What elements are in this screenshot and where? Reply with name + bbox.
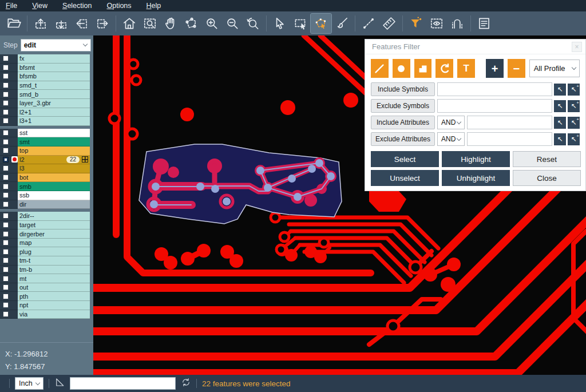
select-pointer-button[interactable] (270, 14, 290, 33)
dialog-titlebar[interactable]: Features Filter × (365, 39, 585, 54)
layer-row[interactable]: npt (0, 301, 90, 310)
layer-indicator-slot[interactable] (11, 301, 18, 310)
measure-button[interactable] (358, 14, 379, 33)
layer-checkbox[interactable] (0, 156, 11, 165)
pick-add-symbol-button[interactable]: ↖+ (568, 100, 580, 112)
exclude-attributes-button[interactable]: Exclude Attributes (371, 132, 435, 146)
zoom-out-button[interactable] (222, 14, 243, 33)
clear-brush-button[interactable] (331, 14, 352, 33)
layer-name[interactable]: bot (18, 173, 90, 183)
layer-row[interactable]: smd_b (0, 90, 90, 99)
layer-indicator-slot[interactable] (11, 108, 18, 117)
select-rectangle-button[interactable] (290, 14, 311, 33)
layer-name[interactable]: smd_b (18, 90, 90, 99)
close-button[interactable]: Close (513, 170, 581, 186)
layer-checkbox[interactable] (0, 191, 11, 200)
layer-indicator-slot[interactable] (11, 229, 18, 239)
layer-checkbox[interactable] (0, 292, 11, 301)
ruler-button[interactable] (379, 14, 399, 33)
reset-button[interactable]: Reset (513, 151, 581, 167)
layer-name[interactable]: l2+1 (18, 108, 90, 117)
layer-name[interactable]: bfsmt (18, 64, 90, 73)
layer-checkbox[interactable] (0, 212, 11, 221)
step-select[interactable]: edit (21, 39, 91, 52)
layer-checkbox[interactable] (0, 108, 11, 117)
angle-measure-icon[interactable] (54, 377, 65, 390)
filter-remove-button[interactable]: − (508, 59, 525, 78)
layer-row[interactable]: via (0, 310, 90, 319)
layer-indicator-slot[interactable] (11, 212, 18, 221)
profile-select[interactable]: All Profile (529, 60, 580, 77)
layer-indicator-slot[interactable] (11, 81, 18, 90)
open-button[interactable] (3, 14, 24, 33)
layer-row[interactable]: map (0, 239, 90, 248)
layer-row[interactable]: bfsmt (0, 64, 90, 73)
filter-arc-button[interactable] (435, 59, 453, 78)
layer-indicator-slot[interactable] (11, 129, 18, 138)
layer-indicator-slot[interactable] (11, 256, 18, 266)
layer-indicator-slot[interactable] (11, 239, 18, 248)
layer-row[interactable]: l3+1 (0, 117, 90, 126)
include-attributes-button[interactable]: Include Attributes (371, 116, 435, 129)
zoom-polygon-button[interactable] (181, 14, 201, 33)
units-select[interactable]: Inch (15, 377, 43, 390)
layer-name[interactable]: pth (18, 292, 90, 301)
layer-name[interactable]: bfsmb (18, 72, 90, 81)
move-down-button[interactable] (51, 14, 72, 33)
snap-button[interactable] (447, 14, 468, 33)
layer-name[interactable]: fx (18, 54, 90, 64)
include-symbols-input[interactable] (437, 82, 552, 96)
layer-checkbox[interactable] (0, 72, 11, 81)
layer-indicator-slot[interactable] (11, 117, 18, 126)
layer-row[interactable]: smt (0, 137, 90, 146)
layer-checkbox[interactable] (0, 164, 11, 173)
layer-name[interactable]: top (18, 146, 90, 156)
exclude-symbols-button[interactable]: Exclude Symbols (371, 99, 435, 113)
filter-add-button[interactable]: + (486, 59, 504, 78)
layer-name[interactable]: out (18, 283, 90, 292)
pick-add-symbol-button[interactable]: ↖+ (568, 84, 580, 96)
layer-checkbox[interactable] (0, 266, 11, 275)
layer-row[interactable]: dir (0, 200, 90, 209)
pick-attribute-button[interactable]: ↖ (554, 133, 566, 145)
layer-row[interactable]: ssb (0, 191, 90, 200)
layer-row[interactable]: sst (0, 129, 90, 138)
filter-line-button[interactable] (371, 59, 389, 78)
layer-checkbox[interactable] (0, 200, 11, 209)
layer-row[interactable]: l2+1 (0, 108, 90, 117)
layer-indicator-slot[interactable] (11, 283, 18, 292)
layer-name[interactable]: tm-t (18, 256, 90, 266)
include-symbols-button[interactable]: Include Symbols (371, 82, 435, 96)
layer-name[interactable]: l222 (18, 156, 90, 165)
layer-checkbox[interactable] (0, 247, 11, 256)
layer-row[interactable]: l222 (0, 156, 90, 165)
layer-indicator-slot[interactable] (11, 164, 18, 173)
unhighlight-button[interactable]: Unhighlight (442, 170, 510, 186)
move-left-button[interactable] (72, 14, 92, 33)
layer-row[interactable]: smb (0, 182, 90, 191)
layer-row[interactable]: bot (0, 173, 90, 183)
layer-name[interactable]: plug (18, 247, 90, 256)
layer-name[interactable]: mt (18, 274, 90, 283)
layer-indicator-slot[interactable] (11, 191, 18, 200)
layer-row[interactable]: pth (0, 292, 90, 301)
layer-name[interactable]: layer_3.gbr (18, 99, 90, 108)
layer-name[interactable]: target (18, 221, 90, 230)
layer-checkbox[interactable] (0, 310, 11, 319)
layer-row[interactable]: target (0, 221, 90, 230)
layer-name[interactable]: tm-b (18, 266, 90, 275)
layer-checkbox[interactable] (0, 137, 11, 146)
layer-checkbox[interactable] (0, 117, 11, 126)
layer-checkbox[interactable] (0, 229, 11, 239)
layer-indicator-slot[interactable] (11, 90, 18, 99)
layer-row[interactable]: smd_t (0, 81, 90, 90)
layer-name[interactable]: l3+1 (18, 117, 90, 126)
layer-checkbox[interactable] (0, 283, 11, 292)
exclude-attributes-input[interactable] (467, 132, 552, 146)
layer-checkbox[interactable] (0, 146, 11, 156)
layer-indicator-slot[interactable] (11, 72, 18, 81)
layer-row[interactable]: 2dir-- (0, 212, 90, 221)
move-up-button[interactable] (30, 14, 51, 33)
layer-row[interactable]: dirgerber (0, 229, 90, 239)
pick-symbol-button[interactable]: ↖ (554, 84, 566, 96)
